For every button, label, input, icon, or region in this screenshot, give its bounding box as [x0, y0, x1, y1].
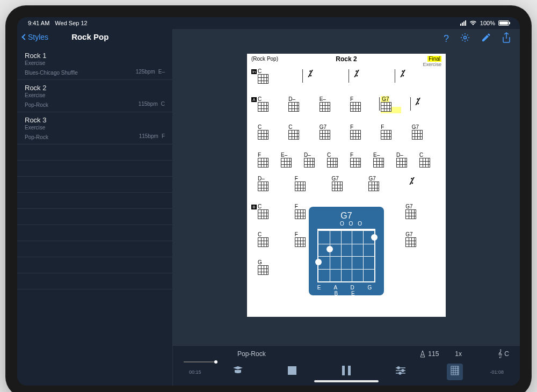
song-subtype: Exercise [25, 60, 165, 66]
overlay-string-names: E A D G B E [313, 285, 380, 296]
tempo-unit: bpm [148, 133, 158, 139]
sheet-final-badge: Final [427, 56, 441, 62]
chord: G7 [412, 124, 419, 130]
chord-overlay[interactable]: G7 O O O E A D G B E [309, 207, 384, 295]
overlay-open-strings: O O O [324, 221, 380, 227]
song-name: Rock 1 [25, 52, 165, 60]
repeat-mark: ⁒ [350, 68, 361, 78]
empty-row [17, 193, 172, 209]
empty-row [17, 161, 172, 177]
sidebar-title: Rock Pop [71, 32, 108, 41]
song-name: Rock 2 [25, 84, 165, 92]
home-indicator[interactable] [314, 380, 379, 382]
status-bar: 9:41 AM Wed Sep 12 100% [17, 17, 520, 29]
song-key: F [162, 133, 165, 139]
sheet-page[interactable]: (Rock Pop) Final Rock 2 Exercise in C ⁒ … [247, 54, 446, 317]
chord: G7 [320, 124, 326, 130]
overlay-chord-name: G7 [313, 211, 380, 221]
time-remaining: -01:08 [482, 369, 504, 375]
repeat-mark: ⁒ [412, 96, 423, 106]
tempo-control[interactable]: 115 [419, 350, 439, 358]
chord: D– [288, 96, 295, 102]
key-value: C [504, 350, 509, 358]
section-marker: B [251, 205, 257, 209]
tempo-unit: bpm [147, 101, 157, 107]
mixer-button[interactable] [393, 366, 409, 378]
tempo-value: 115 [428, 350, 439, 358]
player-track-name[interactable]: Pop-Rock [184, 350, 403, 358]
chord: F [381, 124, 384, 130]
chord: C [258, 204, 262, 209]
repeat-mark: ⁒ [396, 68, 407, 78]
tempo-unit: bpm [144, 69, 155, 75]
song-style: Pop-Rock [25, 134, 48, 140]
song-name: Rock 3 [25, 116, 165, 124]
chord: F [258, 152, 261, 158]
speed-control[interactable]: 1x [455, 350, 482, 358]
chord: C [419, 152, 423, 158]
chord: F [295, 204, 298, 209]
song-item[interactable]: Rock 1 Exercise Blues-Chicago Shuffle125… [17, 48, 172, 80]
chord: E– [281, 152, 287, 158]
svg-point-6 [399, 372, 401, 374]
edit-button[interactable] [481, 33, 491, 45]
empty-row [17, 209, 172, 225]
fretboard-diagram [317, 229, 375, 282]
repeat-mark: ⁒ [304, 68, 315, 78]
empty-row [17, 241, 172, 257]
signal-icon [460, 20, 466, 26]
status-date: Wed Sep 12 [55, 20, 87, 26]
song-subtype: Exercise [25, 92, 165, 98]
chord: C [288, 124, 292, 130]
battery-pct: 100% [480, 20, 495, 26]
back-label: Styles [28, 33, 48, 41]
progress-bar[interactable] [184, 361, 216, 362]
svg-point-0 [464, 36, 467, 39]
practice-mode-button[interactable] [230, 366, 246, 378]
chord-current: G7 [382, 96, 389, 102]
sheet-title: Rock 2 [336, 55, 357, 63]
chord: E– [373, 152, 380, 158]
chord: F [295, 176, 298, 182]
svg-rect-3 [348, 366, 351, 375]
stop-button[interactable] [284, 366, 300, 378]
settings-button[interactable] [460, 32, 470, 46]
svg-point-4 [397, 367, 400, 369]
chord: G7 [405, 231, 412, 237]
section-marker: A [251, 97, 257, 102]
chord: C [327, 152, 331, 158]
song-item[interactable]: Rock 2 Exercise Pop-Rock115bpmC [17, 80, 172, 112]
svg-rect-2 [342, 366, 345, 375]
chord: C [258, 231, 262, 237]
chord: F [350, 124, 353, 130]
chord: C [258, 96, 262, 102]
share-button[interactable] [502, 32, 511, 46]
svg-rect-1 [288, 366, 296, 375]
toolbar: ? [173, 29, 520, 48]
sheet-style: (Rock Pop) [251, 56, 278, 62]
player-bar: Pop-Rock 115 1x 𝄞C 00:15 -01:08 [173, 345, 520, 386]
key-control[interactable]: 𝄞C [498, 349, 509, 358]
back-button[interactable]: Styles [23, 33, 48, 41]
chord: G7 [405, 204, 412, 209]
pause-button[interactable] [338, 366, 354, 378]
section-marker: in [251, 69, 257, 74]
time-current: 00:15 [189, 369, 211, 375]
chord: G7 [368, 176, 375, 182]
empty-row [17, 257, 172, 273]
chord-view-button[interactable] [447, 364, 463, 380]
svg-point-5 [402, 369, 404, 372]
empty-row [17, 273, 172, 289]
chord: E– [320, 96, 326, 102]
sidebar: Styles Rock Pop Rock 1 Exercise Blues-Ch… [17, 29, 173, 386]
empty-row [17, 144, 172, 161]
chord: C [258, 124, 262, 130]
treble-clef-icon: 𝄞 [498, 349, 502, 358]
song-subtype: Exercise [25, 125, 165, 130]
song-key: E– [158, 69, 165, 75]
chord: C [258, 68, 262, 74]
chord: F [350, 152, 353, 158]
help-button[interactable]: ? [444, 33, 449, 45]
repeat-mark: ⁒ [405, 176, 416, 186]
song-item[interactable]: Rock 3 Exercise Pop-Rock115bpmF [17, 112, 172, 144]
